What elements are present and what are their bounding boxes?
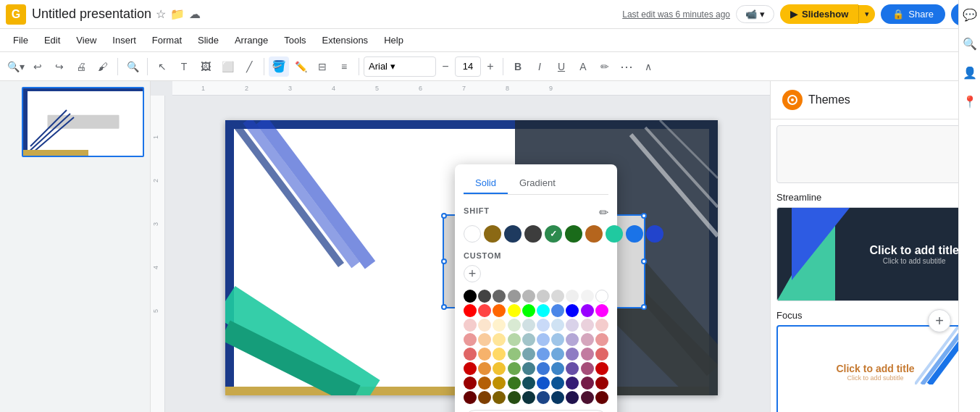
color-purple[interactable] <box>581 304 594 317</box>
font-size-input[interactable] <box>455 56 481 77</box>
select-button[interactable]: ↖ <box>152 56 172 77</box>
color-dark-red-2[interactable] <box>595 362 608 375</box>
color-red-2[interactable] <box>478 304 491 317</box>
color-dark-purple[interactable] <box>566 377 579 390</box>
resize-handle-br[interactable] <box>641 304 647 310</box>
menu-view[interactable]: View <box>69 32 104 49</box>
color-light-blue-2[interactable] <box>551 319 564 332</box>
star-icon[interactable]: ☆ <box>156 7 166 21</box>
color-mauve[interactable] <box>581 333 594 346</box>
color-yellow[interactable] <box>508 304 521 317</box>
italic-button[interactable]: I <box>529 56 550 77</box>
meet-button[interactable]: 📹 ▾ <box>736 5 774 23</box>
menu-file[interactable]: File <box>6 32 35 49</box>
color-fern[interactable] <box>508 362 521 375</box>
color-olive[interactable] <box>493 377 506 390</box>
shift-color-blue[interactable] <box>626 225 643 243</box>
color-amber[interactable] <box>478 362 491 375</box>
more-options-button[interactable]: ⋯ <box>616 56 637 77</box>
color-dark-olive[interactable] <box>493 391 506 404</box>
color-royal-blue[interactable] <box>537 362 550 375</box>
color-light-teal[interactable] <box>522 319 535 332</box>
highlight-button[interactable]: ✏ <box>595 56 615 77</box>
color-cornflower[interactable] <box>551 304 564 317</box>
color-dark-maroon-2[interactable] <box>595 391 608 404</box>
color-steel-blue[interactable] <box>522 333 535 346</box>
shift-color-dark-green[interactable] <box>565 225 582 243</box>
collapse-toolbar-button[interactable]: ∧ <box>638 56 658 77</box>
add-custom-color-button[interactable]: + <box>464 265 481 282</box>
color-dark-violet[interactable] <box>566 391 579 404</box>
menu-format[interactable]: Format <box>145 32 189 49</box>
color-lilac[interactable] <box>566 333 579 346</box>
color-grape[interactable] <box>566 362 579 375</box>
color-dark-red[interactable] <box>464 362 477 375</box>
color-dark-burgundy[interactable] <box>581 391 594 404</box>
maps-icon[interactable]: 📍 <box>961 93 979 110</box>
shape-button[interactable]: ⬜ <box>217 56 238 77</box>
redo-button[interactable]: ↪ <box>49 56 70 77</box>
color-gold[interactable] <box>493 348 506 361</box>
color-orange-1[interactable] <box>493 304 506 317</box>
border-color-button[interactable]: ✏️ <box>290 56 311 77</box>
color-cadet-blue[interactable] <box>522 348 535 361</box>
zoom-out-button[interactable]: 🔍 <box>122 56 143 77</box>
tab-gradient[interactable]: Gradient <box>508 173 567 194</box>
resize-handle-tl[interactable] <box>441 213 447 219</box>
folder-icon[interactable]: 📁 <box>170 7 185 21</box>
color-burgundy[interactable] <box>581 377 594 390</box>
color-maroon[interactable] <box>464 377 477 390</box>
zoom-menu-button[interactable]: 🔍▾ <box>6 56 26 77</box>
color-dark-maroon[interactable] <box>464 391 477 404</box>
color-light-gray-1[interactable] <box>522 290 535 303</box>
color-dark-gray-1[interactable] <box>478 290 491 303</box>
color-brown[interactable] <box>478 377 491 390</box>
menu-edit[interactable]: Edit <box>37 32 67 49</box>
color-magenta[interactable] <box>595 304 608 317</box>
color-cyan[interactable] <box>537 304 550 317</box>
color-peach[interactable] <box>478 319 491 332</box>
color-blue-bright[interactable] <box>566 304 579 317</box>
color-light-gray-2[interactable] <box>537 290 550 303</box>
color-rose[interactable] <box>581 348 594 361</box>
color-periwinkle[interactable] <box>537 333 550 346</box>
slide-thumbnail-1[interactable] <box>22 87 144 157</box>
border-weight-button[interactable]: ≡ <box>334 56 354 77</box>
color-forest[interactable] <box>508 391 521 404</box>
resize-handle-l[interactable] <box>441 258 447 264</box>
color-coral-2[interactable] <box>595 348 608 361</box>
shift-color-brown[interactable] <box>484 225 501 243</box>
image-button[interactable]: 🖼 <box>196 56 216 77</box>
font-size-decrease[interactable]: − <box>437 59 453 75</box>
last-edit-text[interactable]: Last edit was 6 minutes ago <box>622 9 730 20</box>
print-button[interactable]: 🖨 <box>71 56 91 77</box>
color-sage[interactable] <box>508 333 521 346</box>
underline-button[interactable]: U <box>551 56 571 77</box>
shift-color-teal[interactable] <box>606 225 623 243</box>
shift-color-green[interactable] <box>545 225 562 243</box>
fill-color-button[interactable]: 🪣 <box>269 56 289 77</box>
tab-solid[interactable]: Solid <box>464 173 508 194</box>
paint-format-button[interactable]: 🖌 <box>93 56 113 77</box>
color-apricot[interactable] <box>478 333 491 346</box>
color-maroon-2[interactable] <box>595 377 608 390</box>
font-size-increase[interactable]: + <box>482 59 498 75</box>
color-light-green[interactable] <box>508 319 521 332</box>
text-button[interactable]: T <box>174 56 194 77</box>
color-pink[interactable] <box>581 319 594 332</box>
menu-arrange[interactable]: Arrange <box>227 32 275 49</box>
color-gray[interactable] <box>508 290 521 303</box>
menu-tools[interactable]: Tools <box>277 32 313 49</box>
color-dark-navy[interactable] <box>537 391 550 404</box>
line-button[interactable]: ╱ <box>239 56 259 77</box>
shift-color-dark[interactable] <box>524 225 542 243</box>
undo-button[interactable]: ↩ <box>28 56 48 77</box>
color-salmon-2[interactable] <box>595 333 608 346</box>
menu-slide[interactable]: Slide <box>190 32 226 49</box>
color-light-gray-3[interactable] <box>551 290 564 303</box>
border-dash-button[interactable]: ⊟ <box>312 56 332 77</box>
color-dark-teal-2[interactable] <box>522 391 535 404</box>
color-dark-brown[interactable] <box>478 391 491 404</box>
theme-blank[interactable] <box>776 125 974 183</box>
share-button[interactable]: 🔒 Share <box>881 4 945 24</box>
